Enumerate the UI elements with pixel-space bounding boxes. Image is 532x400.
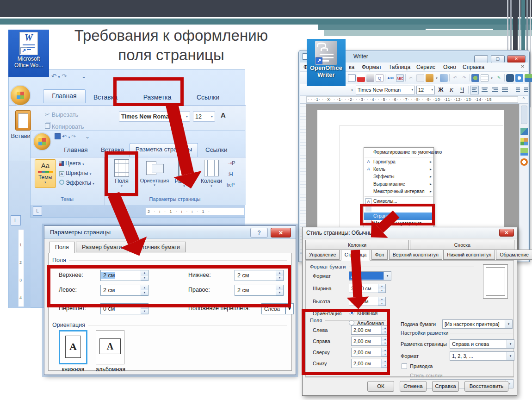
- gallery-icon[interactable]: [525, 74, 532, 82]
- menu-format[interactable]: Формат: [362, 64, 382, 70]
- tab-selector-box[interactable]: L: [33, 206, 42, 216]
- redo-icon[interactable]: ↷: [62, 73, 67, 80]
- layout-combo[interactable]: Справа и слева ▾: [450, 339, 514, 349]
- tab-references[interactable]: Ссылки: [192, 91, 222, 103]
- numfmt-combo[interactable]: 1, 2, 3, ... ▾: [450, 351, 514, 361]
- tab-footnote[interactable]: Сноска: [410, 240, 514, 250]
- maximize-button[interactable]: ▢: [491, 55, 505, 63]
- restore-button[interactable]: Восстановить: [464, 381, 508, 392]
- tab-header[interactable]: Верхний колонтитул: [389, 250, 442, 260]
- bold-button[interactable]: Ж: [436, 86, 445, 94]
- tab-selector-box[interactable]: L: [11, 215, 21, 225]
- drawing-icon[interactable]: ✎: [495, 74, 503, 82]
- themes-button[interactable]: Aa Темы ▾: [35, 159, 56, 188]
- tab-references[interactable]: Ссылки: [201, 144, 230, 156]
- openoffice-desktop-icon[interactable]: ↗ OpenOffice Writer: [307, 39, 346, 86]
- help-button[interactable]: Справка: [432, 381, 459, 392]
- landscape-option[interactable]: A: [96, 330, 124, 364]
- shapes-icon[interactable]: [520, 138, 528, 145]
- redo-icon[interactable]: ↷: [72, 133, 76, 140]
- close-document-icon[interactable]: ✕: [521, 64, 525, 69]
- line-numbers-button[interactable]: ⁝Н: [228, 171, 233, 177]
- copy-icon[interactable]: [416, 74, 424, 82]
- format-paintbrush-icon[interactable]: [440, 74, 448, 82]
- help-button[interactable]: ?: [250, 228, 268, 238]
- spin-down-icon[interactable]: ▼: [378, 301, 385, 306]
- table-dropdown-icon[interactable]: ▾: [490, 74, 494, 82]
- table-icon[interactable]: [481, 74, 489, 82]
- ok-button[interactable]: ОК: [367, 381, 394, 392]
- undo-dropdown-icon[interactable]: ▾: [58, 75, 60, 79]
- font-name-combo[interactable]: Times New Roman ▾: [356, 86, 415, 94]
- hyperlink-icon[interactable]: [471, 74, 479, 82]
- spin-down-icon[interactable]: ▼: [141, 309, 148, 314]
- close-button[interactable]: ✕: [507, 55, 526, 63]
- paste-button-icon[interactable]: [15, 110, 31, 131]
- copy-button[interactable]: Копировать: [45, 123, 84, 130]
- menu-item-line-spacing[interactable]: Межстрочный интервал▸: [364, 188, 433, 195]
- menu-tools[interactable]: Сервис: [416, 64, 435, 70]
- portrait-option[interactable]: A: [59, 330, 87, 364]
- menu-item-effects[interactable]: Эффекты▸: [364, 173, 433, 181]
- tab-borders[interactable]: Обрамление: [496, 250, 532, 260]
- tab-home[interactable]: Главная: [57, 144, 94, 156]
- bullet-list-icon[interactable]: [523, 86, 532, 94]
- theme-colors-button[interactable]: Цвета ▾: [59, 160, 84, 167]
- office-button[interactable]: [10, 85, 31, 106]
- grow-font-icon[interactable]: A: [221, 111, 226, 119]
- align-justify-button[interactable]: [501, 86, 509, 94]
- image-icon[interactable]: [520, 148, 528, 156]
- menu-item-size[interactable]: АКегль▸: [364, 166, 433, 173]
- tab-organizer[interactable]: Управление: [305, 250, 340, 260]
- paste-dropdown-icon[interactable]: ▾: [435, 74, 439, 82]
- align-center-button[interactable]: [480, 86, 489, 94]
- align-right-button[interactable]: [490, 86, 499, 94]
- menu-help[interactable]: Справка: [463, 64, 484, 70]
- redo-icon[interactable]: ↷: [460, 74, 468, 82]
- spellcheck-icon[interactable]: ABC: [387, 74, 395, 82]
- paste-icon[interactable]: [426, 74, 433, 82]
- new-document-icon[interactable]: [348, 74, 356, 82]
- cut-button[interactable]: ✂ Вырезать: [45, 111, 78, 118]
- tab-columns[interactable]: Колонки: [305, 240, 409, 250]
- menu-item-font[interactable]: АГарнитура▸: [364, 158, 433, 166]
- export-pdf-icon[interactable]: [357, 74, 365, 82]
- qat-customize-icon[interactable]: ⌄: [81, 73, 87, 80]
- font-size-combo[interactable]: 12 ▾: [193, 111, 215, 122]
- spin-up-icon[interactable]: ▲: [378, 284, 385, 288]
- undo-icon[interactable]: ↶: [62, 133, 67, 140]
- print-icon[interactable]: [366, 74, 374, 82]
- font-size-combo[interactable]: 12 ▾: [416, 86, 435, 94]
- breaks-button[interactable]: ⇥Р: [228, 160, 235, 166]
- compass-icon[interactable]: [520, 158, 528, 166]
- menu-table[interactable]: Таблица: [389, 64, 410, 70]
- autospellcheck-icon[interactable]: ABC: [396, 74, 404, 82]
- undo-dropdown-icon[interactable]: ▾: [68, 136, 70, 139]
- cancel-button[interactable]: Отмена: [400, 381, 427, 392]
- menu-item-alignment[interactable]: Выравнивание▸: [364, 181, 433, 188]
- align-left-button[interactable]: [470, 86, 479, 94]
- undo-icon[interactable]: ↶: [451, 74, 459, 82]
- spin-down-icon[interactable]: ▼: [378, 288, 385, 293]
- menu-window[interactable]: Окно: [443, 64, 456, 70]
- cut-icon[interactable]: ✂: [407, 74, 415, 82]
- hyphenation-button[interactable]: bcР: [227, 182, 235, 188]
- save-icon[interactable]: [55, 133, 61, 139]
- page-preview-icon[interactable]: Q: [376, 74, 384, 82]
- numbered-list-icon[interactable]: [513, 86, 521, 94]
- orientation-button[interactable]: Ориентация ▾: [139, 158, 170, 196]
- close-button[interactable]: ✕: [271, 228, 291, 238]
- menu-insert-partial[interactable]: ка: [349, 64, 354, 70]
- tab-footer[interactable]: Нижний колонтитул: [443, 250, 495, 260]
- register-checkbox[interactable]: [402, 363, 407, 369]
- tray-combo[interactable]: [Из настроек принтера] ▾: [442, 319, 513, 329]
- style-combo-dropdown-icon[interactable]: ▾: [350, 86, 354, 94]
- gallery-cube-icon[interactable]: [520, 128, 528, 135]
- italic-button[interactable]: K: [447, 86, 456, 94]
- navigator-icon[interactable]: [515, 74, 523, 82]
- tab-margins[interactable]: Поля: [49, 242, 75, 253]
- tab-home[interactable]: Главная: [43, 89, 86, 103]
- tab-background[interactable]: Фон: [371, 250, 388, 260]
- theme-effects-button[interactable]: Эффекты ▾: [59, 180, 94, 186]
- close-button[interactable]: ✕: [499, 229, 514, 237]
